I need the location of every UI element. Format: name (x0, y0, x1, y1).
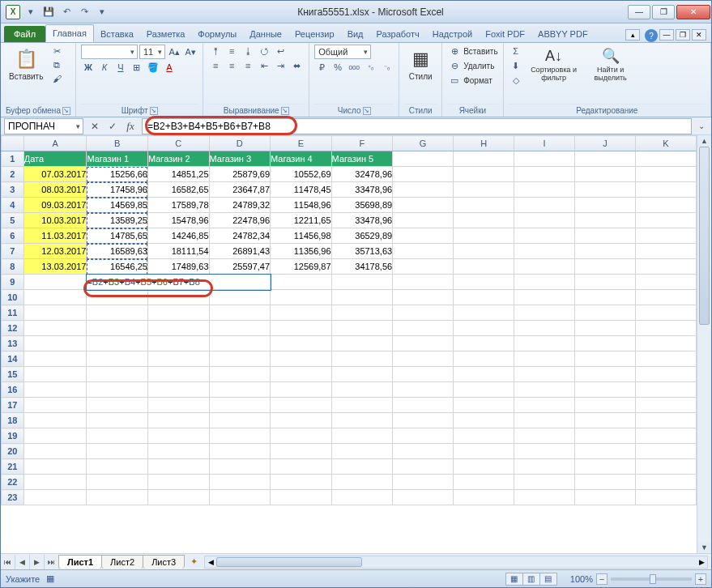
cell-B8[interactable]: 16546,25 (87, 259, 148, 275)
cell-H17[interactable] (454, 398, 514, 413)
row-header-20[interactable]: 20 (2, 444, 24, 459)
cell-F23[interactable] (331, 490, 393, 505)
cell-F8[interactable]: 34178,56 (331, 259, 393, 275)
file-tab[interactable]: Файл (4, 26, 45, 42)
tab-addins[interactable]: Надстрой (426, 26, 479, 42)
cell-C5[interactable]: 15478,96 (147, 213, 209, 228)
align-left-icon[interactable]: ≡ (208, 59, 223, 72)
cell-C3[interactable]: 16582,65 (147, 182, 209, 198)
cell-E6[interactable]: 11456,98 (271, 228, 332, 244)
row-header-22[interactable]: 22 (2, 475, 24, 490)
tab-insert[interactable]: Вставка (94, 26, 140, 42)
cell-K8[interactable] (635, 259, 696, 275)
cell-I13[interactable] (514, 336, 575, 352)
cell-K14[interactable] (635, 352, 696, 367)
tab-foxit[interactable]: Foxit PDF (479, 26, 531, 42)
col-header-C[interactable]: C (147, 136, 209, 151)
cell-B22[interactable] (87, 475, 148, 490)
tab-formulas[interactable]: Формулы (191, 26, 243, 42)
cell-E16[interactable] (271, 382, 332, 398)
cell-G13[interactable] (393, 336, 454, 352)
cell-E4[interactable]: 11548,96 (271, 198, 332, 213)
cell-D23[interactable] (209, 490, 271, 505)
cell-G5[interactable] (393, 213, 454, 228)
cell-E13[interactable] (271, 336, 332, 352)
undo-icon[interactable]: ↶ (59, 5, 74, 19)
align-top-icon[interactable]: ⭱ (208, 45, 223, 58)
cell-A10[interactable] (23, 290, 87, 305)
cell-I14[interactable] (514, 352, 575, 367)
cell-F10[interactable] (331, 290, 393, 305)
cell-H4[interactable] (454, 198, 514, 213)
cell-J1[interactable] (575, 151, 636, 167)
styles-button[interactable]: ▦ Стили (404, 45, 437, 83)
cell-I8[interactable] (514, 259, 575, 275)
scroll-left-icon[interactable]: ◀ (205, 556, 216, 568)
name-box[interactable]: ПРОПНАЧ (4, 118, 83, 134)
font-dialog-launcher[interactable]: ↘ (150, 107, 158, 115)
cell-I5[interactable] (514, 213, 575, 228)
row-header-15[interactable]: 15 (2, 367, 24, 382)
cell-G1[interactable] (393, 151, 454, 167)
find-select-button[interactable]: 🔍 Найти и выделить (585, 45, 637, 83)
cell-B11[interactable] (87, 305, 148, 321)
cell-K22[interactable] (635, 475, 696, 490)
cell-D3[interactable]: 23647,87 (209, 182, 271, 198)
cell-F14[interactable] (331, 352, 393, 367)
cell-J13[interactable] (575, 336, 636, 352)
scroll-down-icon[interactable]: ▼ (697, 542, 711, 553)
cell-D14[interactable] (209, 352, 271, 367)
cell-E17[interactable] (271, 398, 332, 413)
cell-G16[interactable] (393, 382, 454, 398)
cell-H21[interactable] (454, 459, 514, 475)
clipboard-dialog-launcher[interactable]: ↘ (62, 107, 70, 115)
cell-J21[interactable] (575, 459, 636, 475)
col-header-A[interactable]: A (23, 136, 87, 151)
cell-H15[interactable] (454, 367, 514, 382)
cell-I19[interactable] (514, 428, 575, 444)
cell-G14[interactable] (393, 352, 454, 367)
cell-J15[interactable] (575, 367, 636, 382)
cell-K13[interactable] (635, 336, 696, 352)
cell-J8[interactable] (575, 259, 636, 275)
tab-data[interactable]: Данные (243, 26, 288, 42)
row-header-11[interactable]: 11 (2, 305, 24, 321)
cell-G11[interactable] (393, 305, 454, 321)
paste-button[interactable]: 📋 Вставить (6, 45, 46, 83)
cell-J4[interactable] (575, 198, 636, 213)
cell-C4[interactable]: 17589,78 (147, 198, 209, 213)
tab-developer[interactable]: Разработч (370, 26, 426, 42)
cell-K4[interactable] (635, 198, 696, 213)
align-right-icon[interactable]: ≡ (241, 59, 255, 72)
cell-E15[interactable] (271, 367, 332, 382)
copy-icon[interactable]: ⧉ (49, 58, 64, 71)
cell-C23[interactable] (147, 490, 209, 505)
cell-E10[interactable] (271, 290, 332, 305)
vertical-scrollbar[interactable]: ▲ ▼ (697, 135, 711, 553)
cell-J2[interactable] (575, 167, 636, 182)
cell-G4[interactable] (393, 198, 454, 213)
cell-J7[interactable] (575, 244, 636, 259)
cell-K5[interactable] (635, 213, 696, 228)
cell-D18[interactable] (209, 413, 271, 428)
cell-J12[interactable] (575, 321, 636, 336)
row-header-16[interactable]: 16 (2, 382, 24, 398)
cell-D19[interactable] (209, 428, 271, 444)
col-header-K[interactable]: K (635, 136, 696, 151)
cell-F2[interactable]: 32478,96 (331, 167, 393, 182)
cell-K7[interactable] (635, 244, 696, 259)
cell-H3[interactable] (454, 182, 514, 198)
cell-B19[interactable] (87, 428, 148, 444)
cell-D20[interactable] (209, 444, 271, 459)
cell-G23[interactable] (393, 490, 454, 505)
cell-B5[interactable]: 13589,25 (87, 213, 148, 228)
cell-I7[interactable] (514, 244, 575, 259)
scroll-up-icon[interactable]: ▲ (697, 135, 711, 147)
cell-J19[interactable] (575, 428, 636, 444)
cell-A22[interactable] (23, 475, 87, 490)
cell-H1[interactable] (454, 151, 514, 167)
cell-C2[interactable]: 14851,25 (147, 167, 209, 182)
cell-D8[interactable]: 25597,47 (209, 259, 271, 275)
cell-A18[interactable] (23, 413, 87, 428)
cell-C13[interactable] (147, 336, 209, 352)
